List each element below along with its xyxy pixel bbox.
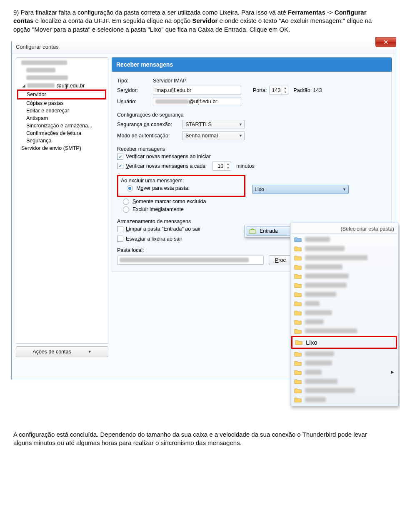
tree-item-servidor: Servidor	[27, 92, 46, 97]
spin-arrows[interactable]: ▲▼	[225, 162, 231, 170]
chk-empty-trash[interactable]	[117, 236, 123, 242]
tree-item-copias[interactable]: Cópias e pastas	[16, 99, 108, 107]
window-title: Configurar contas	[16, 44, 59, 50]
radio-delete-immediate[interactable]	[123, 206, 129, 213]
tree-item-antispam[interactable]: Antispam	[16, 114, 108, 122]
porta-label: Porta:	[253, 87, 267, 93]
tree-item-seguranca[interactable]: Segurança	[16, 137, 108, 144]
window-close-button[interactable]	[375, 37, 396, 47]
chk-check-startup-label: Verificar novas mensagens ao iniciar	[126, 154, 211, 159]
instruction-paragraph-1: 9) Para finalizar falta a configuração d…	[13, 8, 387, 34]
folder-item[interactable]	[292, 317, 397, 326]
chk-check-interval-label: Verificar novas mensagens a cada	[126, 163, 205, 169]
chk-check-startup[interactable]: ✔	[117, 154, 123, 160]
radio-mark-deleted-label: Somente marcar como excluída	[132, 199, 206, 204]
folder-item[interactable]	[292, 271, 397, 281]
auth-label: Modo de autenticação:	[117, 133, 180, 139]
accounts-tree[interactable]: ◢ @ufjf.edu.br Servidor Cópias e pastas …	[16, 57, 108, 344]
folder-icon	[294, 388, 302, 393]
folder-item[interactable]	[292, 395, 397, 404]
tree-item-editar[interactable]: Editar e endereçar	[16, 107, 108, 114]
chk-empty-trash-label: Esvaziar a lixeira ao sair	[126, 236, 182, 242]
folder-dropdown[interactable]: Lixo ▼	[252, 185, 349, 194]
folder-icon	[294, 264, 302, 270]
svg-rect-0	[249, 230, 256, 234]
instruction-paragraph-2: A configuração está concluída. Dependend…	[13, 430, 387, 447]
browse-button[interactable]: Proc	[269, 255, 292, 265]
folder-icon	[294, 328, 302, 334]
tipo-label: Tipo:	[117, 78, 150, 84]
radio-mark-deleted[interactable]	[123, 199, 129, 205]
folder-icon	[294, 397, 302, 403]
folder-item[interactable]	[292, 326, 397, 336]
usuario-label: Usuário:	[117, 99, 150, 104]
folder-icon	[294, 360, 302, 366]
tree-item-confirm[interactable]: Confirmações de leitura	[16, 129, 108, 137]
folder-item[interactable]: ▶	[292, 368, 397, 377]
tree-row[interactable]	[16, 67, 108, 75]
folder-icon	[294, 255, 302, 261]
folder-icon	[294, 369, 302, 375]
folder-icon	[294, 246, 302, 251]
screenshot-container: Configurar contas ◢ @ufjf.edu.br	[10, 41, 398, 380]
servidor-label: Servidor:	[117, 87, 150, 93]
chk-clean-inbox-label: Limpar a pasta "Entrada" ao sair	[126, 226, 201, 232]
tree-row[interactable]	[16, 75, 108, 82]
folder-icon	[295, 339, 302, 345]
servidor-input[interactable]: imap.ufjf.edu.br	[153, 86, 241, 95]
folder-item[interactable]	[292, 244, 397, 253]
folder-icon	[294, 273, 302, 279]
account-actions-button[interactable]: Ações de contas ▼	[16, 346, 108, 357]
folder-submenu: (Selecionar esta pasta) Lixo ▶	[290, 223, 398, 406]
folder-icon	[294, 291, 302, 297]
folder-blue-icon	[294, 236, 302, 242]
seg-label: Segurança da conexão:	[117, 122, 180, 127]
chevron-down-icon: ▼	[342, 187, 346, 191]
caret-icon: ◢	[22, 83, 25, 88]
account-actions-label: Ações de contas	[32, 349, 71, 355]
tree-account[interactable]: ◢ @ufjf.edu.br	[16, 82, 108, 89]
accounts-tree-panel: ◢ @ufjf.edu.br Servidor Cópias e pastas …	[16, 57, 108, 357]
submenu-header[interactable]: (Selecionar esta pasta)	[292, 225, 397, 234]
folder-item[interactable]	[292, 290, 397, 299]
seg-dropdown[interactable]: STARTTLS ▼	[182, 120, 245, 129]
panel-header: Receber mensagens	[112, 57, 392, 72]
porta-spin[interactable]: 143 ▲▼	[269, 86, 288, 95]
servidor-item-highlight[interactable]: Servidor	[17, 89, 106, 99]
tree-item-sinc[interactable]: Sincronização e armazena...	[16, 122, 108, 129]
usuario-input[interactable]: @ufjf.edu.br	[153, 97, 241, 106]
tree-item-smtp[interactable]: Servidor de envio (SMTP)	[16, 144, 108, 152]
folder-icon	[294, 310, 302, 316]
folder-item[interactable]	[292, 299, 397, 308]
chk-clean-inbox[interactable]	[117, 226, 123, 232]
folder-lixo-highlight[interactable]: Lixo	[291, 336, 397, 349]
folder-item[interactable]	[292, 358, 397, 368]
account-suffix: @ufjf.edu.br	[56, 83, 85, 89]
auth-dropdown[interactable]: Senha normal ▼	[182, 131, 245, 140]
tree-row[interactable]	[16, 60, 108, 67]
padrao-label: Padrão: 143	[293, 87, 322, 93]
interval-unit: minutos	[236, 163, 255, 169]
chk-check-interval[interactable]: ✔	[117, 163, 123, 169]
submenu-arrow-icon: ▶	[391, 370, 394, 374]
chevron-down-icon: ▼	[239, 122, 242, 127]
interval-spin[interactable]: 10 ▲▼	[212, 162, 231, 171]
folder-item[interactable]	[292, 253, 397, 262]
pasta-local-label: Pasta local:	[117, 247, 144, 253]
radio-move-folder-label: Mover para esta pasta:	[136, 185, 190, 191]
folder-item[interactable]	[292, 262, 397, 271]
folder-item[interactable]	[292, 377, 397, 386]
folder-item[interactable]	[292, 308, 397, 317]
folder-item[interactable]	[292, 235, 397, 244]
folder-icon	[294, 301, 302, 306]
folder-icon	[294, 319, 302, 325]
delete-option-highlight: Ao excluir uma mensagem: Mover para esta…	[117, 175, 245, 197]
spin-arrows[interactable]: ▲▼	[282, 86, 288, 94]
folder-item[interactable]	[292, 349, 397, 358]
folder-item[interactable]	[292, 281, 397, 290]
receive-section-title: Receber mensagens	[117, 146, 386, 152]
folder-icon	[294, 378, 302, 384]
radio-move-folder[interactable]	[127, 185, 133, 191]
pasta-local-input[interactable]	[117, 256, 264, 265]
folder-item[interactable]	[292, 386, 397, 395]
